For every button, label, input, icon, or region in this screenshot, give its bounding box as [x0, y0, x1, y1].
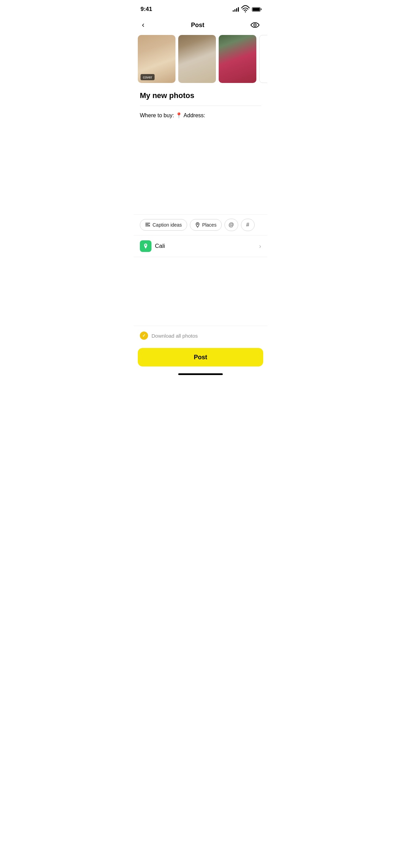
chevron-right-icon: › — [259, 243, 261, 250]
content-area: My new photos Where to buy: 📍 Address: — [134, 91, 267, 214]
svg-point-5 — [197, 224, 198, 225]
post-title: My new photos — [140, 91, 261, 100]
status-bar: 9:41 — [134, 0, 267, 16]
caption-toolbar: Caption ideas Places @ # — [134, 214, 267, 235]
post-button[interactable]: Post — [138, 348, 263, 366]
add-photo-button[interactable]: + — [259, 35, 267, 83]
places-button[interactable]: Places — [190, 219, 222, 231]
photo-strip: cover + — [134, 35, 267, 83]
back-button[interactable]: ‹ — [141, 19, 146, 31]
places-label: Places — [202, 222, 217, 228]
download-label: Download all photos — [151, 333, 198, 339]
page-title: Post — [191, 22, 204, 29]
spacer — [134, 257, 267, 326]
divider — [140, 106, 261, 106]
cover-badge: cover — [141, 74, 155, 80]
mention-button[interactable]: @ — [224, 219, 238, 231]
photo-thumb-1[interactable]: cover — [138, 35, 175, 83]
location-row[interactable]: Cali › — [134, 235, 267, 257]
eye-icon — [251, 21, 259, 29]
hashtag-icon: # — [246, 222, 249, 228]
mention-icon: @ — [229, 222, 234, 228]
places-icon — [195, 222, 200, 228]
caption-input[interactable]: Where to buy: 📍 Address: — [140, 111, 261, 214]
hashtag-button[interactable]: # — [241, 219, 255, 231]
photo-thumb-2[interactable] — [178, 35, 216, 83]
caption-ideas-button[interactable]: Caption ideas — [140, 219, 187, 231]
svg-point-0 — [245, 11, 246, 12]
status-time: 9:41 — [141, 6, 152, 13]
svg-rect-3 — [145, 224, 149, 225]
location-icon-wrap — [140, 240, 151, 252]
status-icons — [233, 5, 260, 14]
svg-rect-2 — [145, 223, 150, 224]
post-button-label: Post — [194, 354, 207, 361]
wifi-icon — [241, 5, 250, 14]
location-pin-icon — [143, 243, 149, 249]
home-indicator — [134, 371, 267, 378]
nav-bar: ‹ Post — [134, 16, 267, 35]
svg-rect-4 — [145, 226, 149, 226]
download-check-icon: ✓ — [140, 331, 148, 340]
svg-point-6 — [145, 244, 146, 246]
location-name: Cali — [155, 243, 165, 250]
photo-thumb-3[interactable] — [219, 35, 256, 83]
location-left: Cali — [140, 240, 165, 252]
eye-button[interactable] — [250, 20, 260, 31]
signal-icon — [233, 7, 239, 12]
svg-point-1 — [254, 24, 256, 26]
battery-icon — [252, 7, 260, 12]
home-bar — [178, 373, 223, 375]
caption-ideas-icon — [145, 222, 150, 228]
download-row[interactable]: ✓ Download all photos — [134, 326, 267, 345]
caption-ideas-label: Caption ideas — [153, 222, 182, 228]
